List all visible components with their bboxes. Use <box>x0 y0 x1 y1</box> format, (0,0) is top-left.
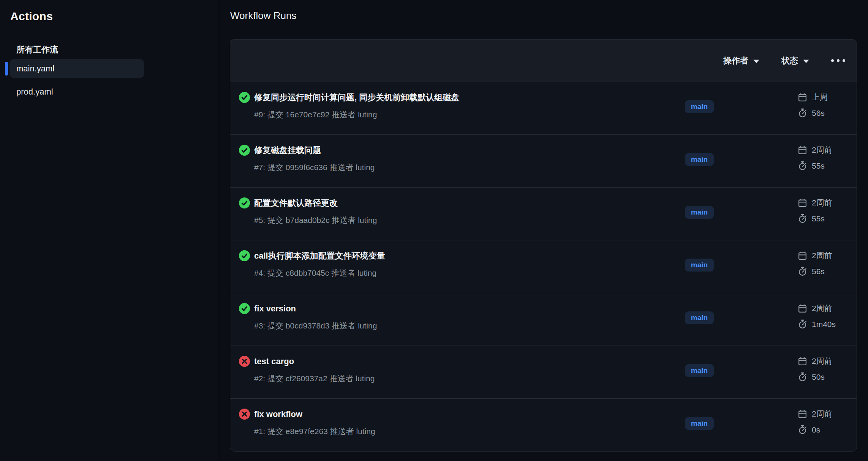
chevron-down-icon <box>753 60 759 63</box>
branch-badge[interactable]: main <box>685 417 714 430</box>
workflow-run-row[interactable]: fix version #3: 提交 b0cd9378d3 推送者 luting… <box>230 293 857 346</box>
actor-filter-label: 操作者 <box>723 55 748 66</box>
run-duration-line: 55s <box>798 214 832 223</box>
branch-badge[interactable]: main <box>685 206 714 219</box>
branch-badge-wrap: main <box>675 417 724 430</box>
stopwatch-icon <box>798 108 807 118</box>
run-title[interactable]: fix workflow <box>254 409 375 419</box>
calendar-icon <box>798 357 807 366</box>
run-date: 2周前 <box>812 409 832 419</box>
calendar-icon <box>798 198 807 208</box>
run-duration-line: 55s <box>798 161 832 171</box>
status-icon <box>239 92 250 103</box>
status-filter-label: 状态 <box>781 55 798 66</box>
stopwatch-icon <box>798 319 807 329</box>
workflow-run-row[interactable]: 配置文件默认路径更改 #5: 提交 b7daad0b2c 推送者 luting … <box>230 188 857 240</box>
workflow-run-row[interactable]: fix workflow #1: 提交 e8e97fe263 推送者 lutin… <box>230 399 857 452</box>
run-date-line: 2周前 <box>798 197 832 208</box>
run-title[interactable]: 修复同步运行时间计算问题, 同步关机前卸载默认组磁盘 <box>254 92 459 103</box>
run-title[interactable]: 修复磁盘挂载问题 <box>254 145 375 155</box>
run-text: 配置文件默认路径更改 #5: 提交 b7daad0b2c 推送者 luting <box>254 198 377 225</box>
calendar-icon <box>798 409 807 419</box>
run-date-line: 2周前 <box>798 356 832 366</box>
run-duration-line: 1m40s <box>798 319 836 329</box>
workflow-nav: main.yaml prod.yaml <box>9 59 144 106</box>
calendar-icon <box>798 145 807 155</box>
branch-badge[interactable]: main <box>685 311 714 324</box>
run-date: 2周前 <box>812 356 832 366</box>
run-duration: 50s <box>812 373 825 382</box>
run-title[interactable]: fix version <box>254 303 377 314</box>
stopwatch-icon <box>798 267 807 276</box>
branch-badge-wrap: main <box>675 259 724 272</box>
run-meta: 2周前 56s <box>798 250 832 276</box>
x-circle-fill-icon <box>239 409 250 420</box>
run-duration-line: 56s <box>798 108 828 118</box>
run-meta: 2周前 1m40s <box>798 303 836 329</box>
run-date: 上周 <box>812 92 828 103</box>
actions-sidebar: Actions 所有工作流 main.yaml prod.yaml <box>0 0 219 461</box>
status-icon <box>239 197 250 208</box>
status-icon <box>239 303 250 314</box>
run-commit-info: #3: 提交 b0cd9378d3 推送者 luting <box>254 321 377 330</box>
run-date-line: 2周前 <box>798 409 832 419</box>
chevron-down-icon <box>803 60 809 63</box>
calendar-icon <box>798 304 807 313</box>
kebab-horizontal-icon[interactable] <box>831 55 845 66</box>
status-icon <box>239 409 250 420</box>
run-text: fix workflow #1: 提交 e8e97fe263 推送者 lutin… <box>254 409 375 436</box>
run-commit-info: #1: 提交 e8e97fe263 推送者 luting <box>254 426 375 436</box>
branch-badge-wrap: main <box>675 311 724 324</box>
actor-filter-dropdown[interactable]: 操作者 <box>723 55 759 66</box>
branch-badge-wrap: main <box>675 153 724 166</box>
sidebar-item-label: prod.yaml <box>16 87 53 97</box>
check-circle-fill-icon <box>239 145 250 156</box>
workflow-run-row[interactable]: 修复磁盘挂载问题 #7: 提交 0959f6c636 推送者 luting ma… <box>230 135 857 188</box>
run-duration-line: 0s <box>798 425 832 434</box>
run-meta: 2周前 55s <box>798 197 832 223</box>
stopwatch-icon <box>798 425 807 434</box>
x-circle-fill-icon <box>239 356 250 367</box>
runs-filter-bar: 操作者 状态 <box>230 39 857 82</box>
run-duration: 55s <box>812 214 825 223</box>
branch-badge[interactable]: main <box>685 364 714 377</box>
branch-badge[interactable]: main <box>685 153 714 166</box>
sidebar-title: Actions <box>10 10 53 23</box>
workflow-run-row[interactable]: 修复同步运行时间计算问题, 同步关机前卸载默认组磁盘 #9: 提交 16e70e… <box>230 82 857 135</box>
stopwatch-icon <box>798 161 807 171</box>
status-icon <box>239 250 250 261</box>
workflow-run-row[interactable]: test cargo #2: 提交 cf260937a2 推送者 luting … <box>230 346 857 399</box>
workflow-runs-card: 操作者 状态 修复同步运行时间计算问题, 同步关机前卸载默认组磁盘 #9: 提交… <box>230 39 857 452</box>
stopwatch-icon <box>798 214 807 223</box>
stopwatch-icon <box>798 372 807 382</box>
run-commit-info: #4: 提交 c8dbb7045c 推送者 luting <box>254 268 385 278</box>
calendar-icon <box>798 93 807 102</box>
status-icon <box>239 145 250 156</box>
run-text: 修复同步运行时间计算问题, 同步关机前卸载默认组磁盘 #9: 提交 16e70e… <box>254 92 459 119</box>
calendar-icon <box>798 251 807 260</box>
run-duration-line: 56s <box>798 267 832 276</box>
run-date-line: 2周前 <box>798 303 836 314</box>
sidebar-item-main-yaml[interactable]: main.yaml <box>9 59 144 78</box>
sidebar-item-prod-yaml[interactable]: prod.yaml <box>9 82 144 101</box>
all-workflows-label[interactable]: 所有工作流 <box>16 44 58 55</box>
branch-badge-wrap: main <box>675 364 724 377</box>
workflow-run-row[interactable]: call执行脚本添加配置文件环境变量 #4: 提交 c8dbb7045c 推送者… <box>230 240 857 293</box>
run-date-line: 上周 <box>798 92 828 103</box>
branch-badge-wrap: main <box>675 100 724 113</box>
run-title[interactable]: call执行脚本添加配置文件环境变量 <box>254 251 385 261</box>
run-date-line: 2周前 <box>798 145 832 155</box>
run-date: 2周前 <box>812 145 832 155</box>
run-date: 2周前 <box>812 197 832 208</box>
run-title[interactable]: test cargo <box>254 356 375 366</box>
branch-badge[interactable]: main <box>685 259 714 272</box>
branch-badge-wrap: main <box>675 206 724 219</box>
sidebar-item-label: main.yaml <box>16 64 54 74</box>
branch-badge[interactable]: main <box>685 100 714 113</box>
page-title: Workflow Runs <box>230 10 296 22</box>
run-text: call执行脚本添加配置文件环境变量 #4: 提交 c8dbb7045c 推送者… <box>254 251 385 278</box>
run-duration: 56s <box>812 267 825 276</box>
status-icon <box>239 356 250 367</box>
status-filter-dropdown[interactable]: 状态 <box>781 55 809 66</box>
run-title[interactable]: 配置文件默认路径更改 <box>254 198 377 208</box>
